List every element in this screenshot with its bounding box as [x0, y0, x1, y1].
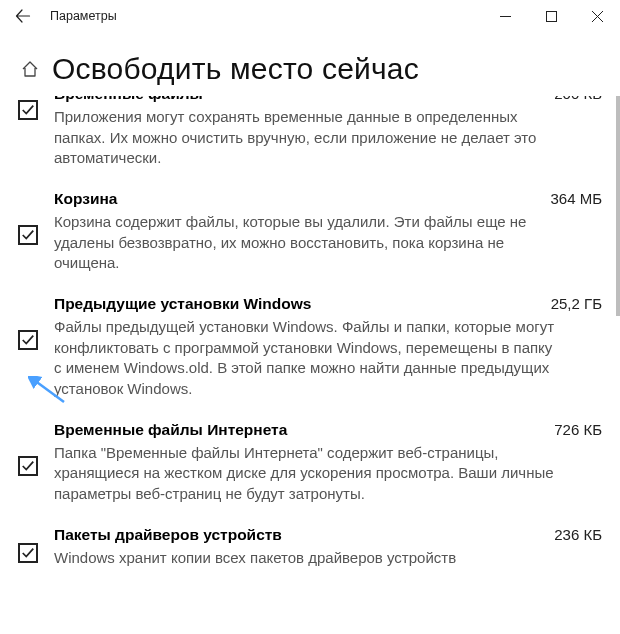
cleanup-item: Временные файлы Интернета 726 КБ Папка "… — [18, 410, 602, 515]
checkbox-recycle-bin[interactable] — [18, 225, 38, 245]
item-description: Корзина содержит файлы, которые вы удали… — [54, 210, 602, 274]
item-description: Windows хранит копии всех пакетов драйве… — [54, 546, 602, 569]
page-header: Освободить место сейчас — [0, 32, 620, 100]
item-name: Корзина — [54, 189, 534, 210]
close-button[interactable] — [574, 0, 620, 32]
checkmark-icon — [21, 546, 35, 560]
cleanup-item: Предыдущие установки Windows 25,2 ГБ Фай… — [18, 284, 602, 410]
page-title: Освободить место сейчас — [52, 52, 419, 86]
checkbox-internet-temp[interactable] — [18, 456, 38, 476]
item-description: Папка "Временные файлы Интернета" содерж… — [54, 441, 602, 505]
items-list: Временные файлы 200 КБ Приложения могут … — [0, 96, 620, 578]
item-size: 200 КБ — [538, 96, 602, 102]
checkbox-previous-windows[interactable] — [18, 330, 38, 350]
item-size: 364 МБ — [534, 190, 602, 207]
window-title: Параметры — [46, 9, 117, 23]
settings-window: Параметры Освободить место сейчас — [0, 0, 620, 634]
content-area: Временные файлы 200 КБ Приложения могут … — [0, 96, 620, 634]
item-size: 236 КБ — [538, 526, 602, 543]
cleanup-item: Пакеты драйверов устройств 236 КБ Window… — [18, 515, 602, 579]
scrollbar[interactable] — [616, 96, 620, 316]
svg-rect-0 — [546, 11, 556, 21]
item-name: Пакеты драйверов устройств — [54, 525, 538, 546]
titlebar: Параметры — [0, 0, 620, 32]
checkmark-icon — [21, 333, 35, 347]
back-button[interactable] — [0, 0, 46, 32]
item-size: 25,2 ГБ — [535, 295, 602, 312]
item-description: Приложения могут сохранять временные дан… — [54, 105, 602, 169]
minimize-button[interactable] — [482, 0, 528, 32]
maximize-button[interactable] — [528, 0, 574, 32]
close-icon — [592, 11, 603, 22]
checkmark-icon — [21, 103, 35, 117]
item-name: Временные файлы — [54, 96, 538, 105]
item-name: Временные файлы Интернета — [54, 420, 538, 441]
item-description: Файлы предыдущей установки Windows. Файл… — [54, 315, 602, 400]
item-name: Предыдущие установки Windows — [54, 294, 535, 315]
checkbox-driver-packages[interactable] — [18, 543, 38, 563]
item-size: 726 КБ — [538, 421, 602, 438]
cleanup-item: Временные файлы 200 КБ Приложения могут … — [18, 96, 602, 179]
checkmark-icon — [21, 228, 35, 242]
home-button[interactable] — [16, 60, 44, 78]
arrow-left-icon — [15, 8, 31, 24]
minimize-icon — [500, 11, 511, 22]
checkmark-icon — [21, 459, 35, 473]
maximize-icon — [546, 11, 557, 22]
checkbox-temp-files[interactable] — [18, 100, 38, 120]
cleanup-item: Корзина 364 МБ Корзина содержит файлы, к… — [18, 179, 602, 284]
home-icon — [21, 60, 39, 78]
